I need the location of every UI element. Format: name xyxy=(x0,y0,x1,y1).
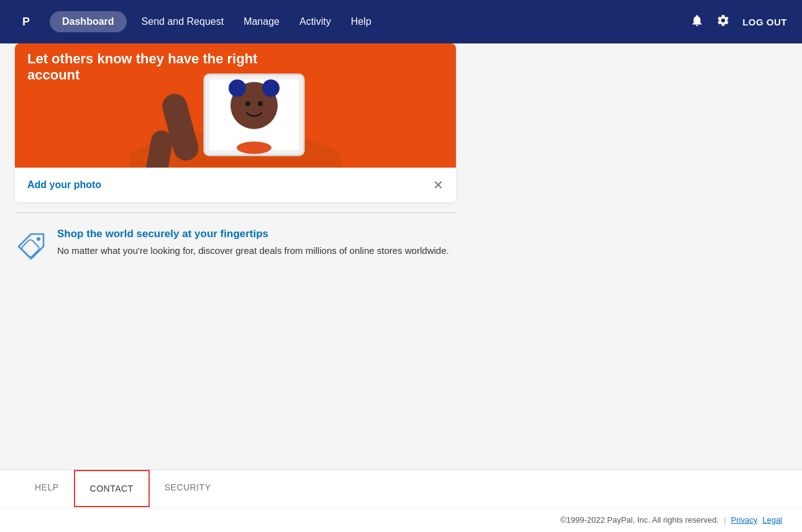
main-content: Let others know they have the right acco… xyxy=(0,43,802,280)
footer: HELP CONTACT SECURITY ©1999-2022 PayPal,… xyxy=(0,469,802,532)
shop-icon xyxy=(15,230,47,265)
svg-point-13 xyxy=(37,237,40,241)
manage-nav-item[interactable]: Manage xyxy=(244,16,280,27)
privacy-link[interactable]: Privacy xyxy=(731,515,758,525)
promo-image-area: Let others know they have the right acco… xyxy=(15,43,456,168)
dashboard-nav-item[interactable]: Dashboard xyxy=(50,11,127,32)
footer-separator: | xyxy=(724,515,726,525)
footer-contact-tab[interactable]: CONTACT xyxy=(74,470,150,507)
navbar: P Dashboard Send and Request Manage Acti… xyxy=(0,0,802,43)
nav-links: Send and Request Manage Activity Help xyxy=(142,16,371,27)
paypal-logo[interactable]: P xyxy=(15,9,40,34)
svg-point-9 xyxy=(245,101,250,106)
help-nav-item[interactable]: Help xyxy=(351,16,371,27)
add-photo-link[interactable]: Add your photo xyxy=(27,179,101,191)
activity-nav-item[interactable]: Activity xyxy=(299,16,331,27)
settings-icon[interactable] xyxy=(716,14,730,30)
shop-content: Shop the world securely at your fingerti… xyxy=(57,228,449,258)
promo-close-button[interactable]: ✕ xyxy=(433,178,444,192)
shop-body: No matter what you're looking for, disco… xyxy=(57,244,449,258)
footer-tabs: HELP CONTACT SECURITY xyxy=(0,470,802,507)
copyright-text: ©1999-2022 PayPal, Inc. All rights reser… xyxy=(560,515,719,525)
nav-right-actions: LOG OUT xyxy=(690,14,787,30)
svg-text:P: P xyxy=(22,16,30,28)
footer-security-tab[interactable]: SECURITY xyxy=(150,470,226,507)
promo-card: Let others know they have the right acco… xyxy=(15,43,456,202)
send-request-nav-item[interactable]: Send and Request xyxy=(142,16,224,27)
svg-point-10 xyxy=(258,101,263,106)
notification-icon[interactable] xyxy=(690,14,704,30)
promo-footer: Add your photo ✕ xyxy=(15,168,456,202)
svg-point-8 xyxy=(262,79,280,97)
shop-heading: Shop the world securely at your fingerti… xyxy=(57,228,449,240)
footer-bottom: ©1999-2022 PayPal, Inc. All rights reser… xyxy=(0,507,802,532)
shop-section: Shop the world securely at your fingerti… xyxy=(0,223,472,280)
svg-point-7 xyxy=(229,79,246,97)
promo-illustration xyxy=(130,43,341,168)
logout-button[interactable]: LOG OUT xyxy=(742,17,787,27)
legal-link[interactable]: Legal xyxy=(762,515,782,525)
svg-point-11 xyxy=(237,142,271,154)
footer-help-tab[interactable]: HELP xyxy=(20,470,74,507)
section-divider xyxy=(15,212,456,213)
